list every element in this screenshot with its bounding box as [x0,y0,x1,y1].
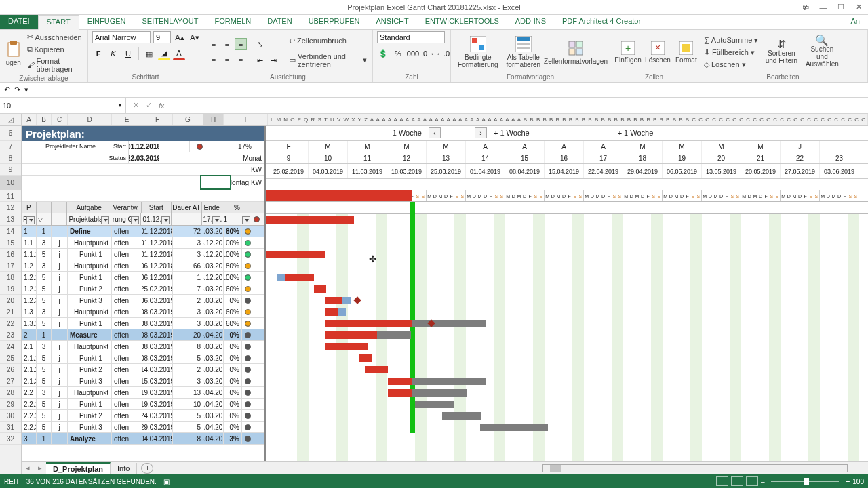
cell[interactable]: 1.2.3 [22,295,37,306]
cell[interactable]: 08.03.2019 [142,341,173,352]
conditional-formatting-button[interactable]: Bedingte Formatierung [455,35,501,70]
cell[interactable]: 3 [37,387,52,398]
zoom-level[interactable]: 100 [852,478,864,485]
cell[interactable]: j [52,283,68,294]
cell[interactable]: 1.2.1 [22,272,37,283]
cell[interactable]: Punkt 3 [68,422,112,432]
cell[interactable]: 72 [173,226,203,237]
cell[interactable]: 5 [37,422,52,432]
cell[interactable]: 01.12.2018 [142,249,173,260]
cell[interactable]: 25.02.2019 [142,283,173,294]
cell[interactable]: 0% [224,329,242,340]
cell[interactable]: Hauptpunkt 2 [68,260,112,271]
cell[interactable]: 10 [173,399,203,409]
cell[interactable]: 1.3 [22,306,37,317]
cell[interactable]: 100% [224,272,242,283]
cell[interactable]: offen [112,226,142,237]
filter-cell-2[interactable] [52,214,68,226]
cell[interactable]: Punkt 1 [68,318,112,329]
row-header-21[interactable]: 21 [0,306,21,318]
cell[interactable]: 3 [173,249,203,260]
font-color-icon[interactable]: A [173,47,185,60]
value-status[interactable]: 22.03.2019 [129,152,159,163]
cell[interactable]: 60% [224,283,242,294]
horizontal-scrollbar[interactable] [542,464,848,472]
cell[interactable]: 2.1.2 [22,364,37,375]
format-as-table-button[interactable]: Als Tabelle formatieren [504,35,543,70]
row-header-22[interactable]: 22 [0,318,21,329]
row-header-25[interactable]: 25 [0,352,21,364]
cell[interactable]: j [52,318,68,329]
ribbon-tab-entwicklertools[interactable]: ENTWICKLERTOOLS [417,15,507,29]
cell[interactable]: offen [112,295,142,306]
row-header-19[interactable]: 19 [0,283,21,295]
filter-cell-3[interactable]: Projektablauf [67,214,111,226]
border-icon[interactable]: ▦ [143,47,155,60]
cell[interactable]: Analyze [68,433,112,444]
delete-cells-button[interactable]: ×Löschen [644,40,671,65]
fx-icon[interactable]: fx [159,102,165,110]
table-row[interactable]: 2.2.35jPunkt 3offen29.03.2019504.04.2019… [22,422,264,433]
align-top-icon[interactable]: ≡ [208,38,220,50]
row-header-23[interactable]: 23 [0,329,21,341]
cell[interactable]: 2.1.3 [22,375,37,386]
merge-center-button[interactable]: ▭Verbinden und zentrieren▾ [288,51,368,70]
cell[interactable]: 15.04.2019 [203,433,224,444]
cell[interactable]: 5 [37,249,52,260]
shrink-font-icon[interactable]: A▾ [189,31,201,43]
cut-button[interactable]: ✂Ausschneiden [26,31,84,43]
table-row[interactable]: 1.13jHauptpunkt 1offen01.12.2018305.12.2… [22,237,264,249]
col-header-H[interactable]: H [203,114,224,125]
gantt-bar[interactable] [266,216,354,224]
cell[interactable]: 5 [37,272,52,283]
cell[interactable]: 3 [173,237,203,248]
gantt-bar[interactable] [266,251,326,258]
cell[interactable]: 04.04.2019 [142,433,173,444]
row-header-6[interactable]: 6 [0,126,21,141]
maximize-icon[interactable]: ☐ [834,3,848,12]
cell[interactable]: 06.12.2018 [142,260,173,271]
cell[interactable]: offen [112,283,142,294]
cell[interactable]: 60% [224,306,242,317]
tab-nav-first-icon[interactable]: ◂ [22,464,34,472]
cell[interactable]: 0% [224,410,242,421]
cell[interactable]: Hauptpunkt 3 [68,306,112,317]
cell[interactable]: Punkt 1 [68,272,112,283]
col-header-B[interactable]: B [37,114,52,125]
table-row[interactable]: 1.1.15jPunkt 1offen01.12.2018305.12.2018… [22,249,264,260]
row-header-28[interactable]: 28 [0,387,21,399]
cell[interactable]: 0% [224,422,242,432]
tab-nav-last-icon[interactable]: ▸ [34,464,46,472]
cell[interactable]: 1 [37,329,52,340]
sort-filter-button[interactable]: ⇵Sortieren und Filtern [762,39,800,66]
cell[interactable]: 5 [37,375,52,386]
row-header-20[interactable]: 20 [0,295,21,306]
ribbon-tab-einfügen[interactable]: EINFÜGEN [79,15,134,29]
col-header-D[interactable]: D [68,114,112,125]
cell[interactable]: 05.12.2018 [203,237,224,248]
fill-button[interactable]: ⬇Füllbereich▾ [703,47,760,58]
cell[interactable]: 0% [224,387,242,398]
cell[interactable]: 60% [224,318,242,329]
cell[interactable]: 1 [37,226,52,237]
cell[interactable]: 5 [37,364,52,375]
cell[interactable]: Hauptpunkt 1 [68,237,112,248]
cell[interactable]: j [52,375,68,386]
decrease-indent-icon[interactable]: ⇤ [254,54,266,66]
row-header-31[interactable]: 31 [0,422,21,433]
cell[interactable]: 14.03.2019 [203,352,224,363]
insert-cells-button[interactable]: +Einfügen [614,40,642,65]
row-header-30[interactable]: 30 [0,410,21,422]
row-header-8[interactable]: 8 [0,152,21,164]
gantt-bar[interactable] [326,297,342,304]
table-row[interactable]: 1.23jHauptpunkt 2offen06.12.20186607.03.… [22,260,264,272]
cell[interactable]: j [52,249,68,260]
view-normal-icon[interactable] [716,476,728,486]
cell[interactable]: 5 [37,283,52,294]
cell[interactable]: 5 [173,422,203,432]
cell[interactable]: 08.03.2019 [142,329,173,340]
macro-record-icon[interactable]: ▣ [163,478,170,485]
table-row[interactable]: 2.23jHauptpunkt 2offen19.03.20191304.04.… [22,387,264,399]
gantt-bar[interactable] [480,424,548,431]
gantt-bar[interactable] [412,389,467,396]
